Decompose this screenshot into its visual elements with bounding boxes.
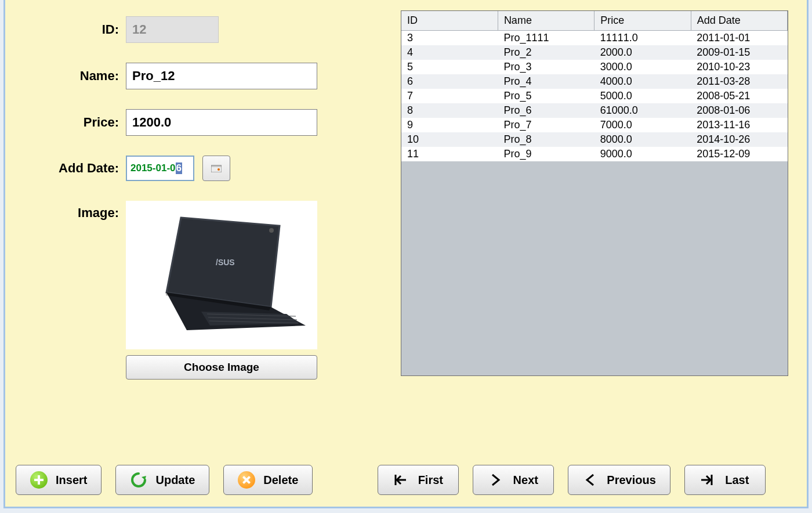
table-row[interactable]: 9Pro_77000.02013-11-16 — [401, 118, 788, 132]
price-label: Price: — [16, 115, 126, 130]
table-cell: Pro_4 — [498, 74, 594, 89]
next-icon — [487, 472, 503, 488]
column-header[interactable]: Name — [498, 11, 594, 31]
table-cell: 10 — [401, 132, 498, 147]
table-cell: 7000.0 — [594, 118, 691, 132]
first-icon — [392, 472, 408, 488]
table-cell: 8 — [401, 103, 498, 118]
add-date-label: Add Date: — [16, 161, 126, 176]
table-cell: 2009-01-15 — [691, 45, 787, 60]
table-row[interactable]: 5Pro_33000.02010-10-23 — [401, 60, 788, 74]
id-label: ID: — [16, 22, 126, 37]
table-cell: 9 — [401, 118, 498, 132]
table-cell: 5 — [401, 60, 498, 74]
table-row[interactable]: 8Pro_661000.02008-01-06 — [401, 103, 788, 118]
first-button[interactable]: First — [378, 465, 459, 495]
table-cell: Pro_7 — [498, 118, 594, 132]
table-cell: 3000.0 — [594, 60, 691, 74]
table-cell: 11111.0 — [594, 31, 691, 46]
previous-button-label: Previous — [607, 474, 655, 487]
refresh-icon — [130, 471, 147, 489]
add-date-selection: 6 — [176, 162, 182, 174]
first-button-label: First — [416, 474, 444, 487]
svg-rect-1 — [211, 165, 222, 167]
svg-point-2 — [217, 168, 220, 171]
table-cell: Pro_9 — [498, 147, 594, 161]
table-cell: 7 — [401, 89, 498, 103]
table-row[interactable]: 11Pro_99000.02015-12-09 — [401, 147, 788, 161]
table-cell: 2008-05-21 — [691, 89, 787, 103]
product-image: /SUS — [126, 201, 317, 349]
column-header[interactable]: Add Date — [691, 11, 787, 31]
plus-icon — [30, 471, 48, 489]
table-cell: 4 — [401, 45, 498, 60]
name-field[interactable] — [126, 63, 317, 89]
table-cell: Pro_5 — [498, 89, 594, 103]
x-icon — [238, 471, 255, 489]
table-cell: 4000.0 — [594, 74, 691, 89]
table-cell: 2015-12-09 — [691, 147, 787, 161]
column-header[interactable]: ID — [401, 11, 498, 31]
svg-point-5 — [269, 228, 274, 233]
table-cell: Pro_8 — [498, 132, 594, 147]
last-button[interactable]: Last — [684, 465, 766, 495]
product-table[interactable]: IDNamePriceAdd Date 3Pro_111111111.02011… — [401, 11, 788, 161]
name-label: Name: — [16, 68, 126, 84]
add-date-field[interactable]: 2015-01-06 — [126, 156, 194, 181]
table-pane[interactable]: IDNamePriceAdd Date 3Pro_111111111.02011… — [401, 10, 788, 376]
calendar-icon — [211, 164, 222, 172]
table-cell: 2008-01-06 — [691, 103, 787, 118]
image-label: Image: — [16, 201, 126, 221]
insert-button-label: Insert — [56, 474, 87, 487]
table-row[interactable]: 6Pro_44000.02011-03-28 — [401, 74, 788, 89]
table-cell: 9000.0 — [594, 147, 691, 161]
update-button[interactable]: Update — [115, 465, 209, 495]
table-cell: 2010-10-23 — [691, 60, 787, 74]
table-cell: 2000.0 — [594, 45, 691, 60]
insert-button[interactable]: Insert — [16, 465, 102, 495]
date-picker-button[interactable] — [202, 156, 230, 181]
table-cell: 8000.0 — [594, 132, 691, 147]
form-pane: ID: 12 Name: Price: Add Date: 2015-01-06 — [16, 10, 387, 390]
laptop-icon: /SUS — [135, 208, 309, 342]
previous-icon — [582, 472, 599, 488]
table-row[interactable]: 4Pro_22000.02009-01-15 — [401, 45, 788, 60]
table-row[interactable]: 3Pro_111111111.02011-01-01 — [401, 31, 788, 46]
table-cell: Pro_3 — [498, 60, 594, 74]
table-cell: 2014-10-26 — [691, 132, 787, 147]
column-header[interactable]: Price — [594, 11, 691, 31]
table-cell: Pro_2 — [498, 45, 594, 60]
choose-image-button[interactable]: Choose Image — [126, 355, 317, 380]
table-row[interactable]: 10Pro_88000.02014-10-26 — [401, 132, 788, 147]
add-date-value-prefix: 2015-01-0 — [130, 162, 176, 174]
main-window: ID: 12 Name: Price: Add Date: 2015-01-06 — [3, 0, 809, 508]
table-cell: Pro_6 — [498, 103, 594, 118]
id-field: 12 — [126, 16, 219, 43]
delete-button[interactable]: Delete — [223, 465, 313, 495]
next-button-label: Next — [512, 474, 539, 487]
button-row: Insert Update Delete First — [16, 464, 796, 496]
previous-button[interactable]: Previous — [568, 465, 670, 495]
delete-button-label: Delete — [263, 474, 298, 487]
table-cell: Pro_1111 — [498, 31, 594, 46]
price-field[interactable] — [126, 109, 317, 136]
table-cell: 2013-11-16 — [691, 118, 787, 132]
update-button-label: Update — [155, 474, 195, 487]
table-row[interactable]: 7Pro_55000.02008-05-21 — [401, 89, 788, 103]
svg-text:/SUS: /SUS — [216, 258, 235, 267]
next-button[interactable]: Next — [473, 465, 554, 495]
table-cell: 3 — [401, 31, 498, 46]
table-cell: 5000.0 — [594, 89, 691, 103]
table-cell: 2011-01-01 — [691, 31, 787, 46]
last-icon — [699, 472, 715, 488]
table-cell: 2011-03-28 — [691, 74, 787, 89]
table-cell: 61000.0 — [594, 103, 691, 118]
table-cell: 6 — [401, 74, 498, 89]
last-button-label: Last — [723, 474, 751, 487]
table-cell: 11 — [401, 147, 498, 161]
